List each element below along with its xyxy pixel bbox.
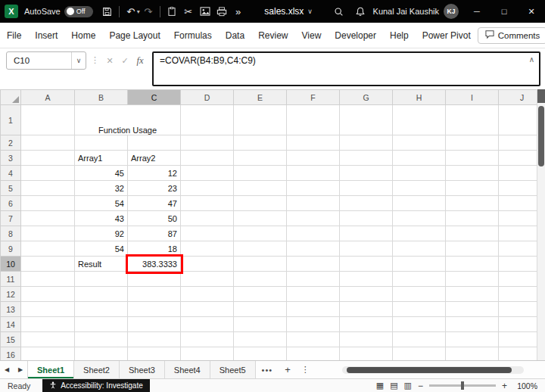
- cell-G5[interactable]: [340, 181, 393, 196]
- cell-D4[interactable]: [181, 166, 234, 181]
- cell-B14[interactable]: [75, 317, 128, 332]
- cell-I5[interactable]: [446, 181, 499, 196]
- column-header-e[interactable]: E: [234, 90, 287, 105]
- cell-F8[interactable]: [287, 226, 340, 241]
- cell-F11[interactable]: [287, 272, 340, 287]
- page-layout-view-icon[interactable]: ▤: [390, 381, 397, 390]
- vertical-scrollbar-thumb[interactable]: [538, 106, 544, 166]
- ribbon-tab-data[interactable]: Data: [219, 23, 251, 48]
- cell-B5[interactable]: 32: [75, 181, 128, 196]
- cell-D12[interactable]: [181, 287, 234, 302]
- cell-C13[interactable]: [128, 302, 181, 317]
- cell-A8[interactable]: [21, 226, 75, 241]
- cell-D7[interactable]: [181, 211, 234, 226]
- row-header-8[interactable]: 8: [1, 226, 21, 241]
- cell-D9[interactable]: [181, 241, 234, 257]
- ribbon-tab-developer[interactable]: Developer: [328, 23, 383, 48]
- cell-E10[interactable]: [234, 257, 287, 272]
- cell-D10[interactable]: [181, 257, 234, 272]
- horizontal-scrollbar[interactable]: [342, 366, 524, 374]
- cell-D8[interactable]: [181, 226, 234, 241]
- cell-C11[interactable]: [128, 272, 181, 287]
- cell-H12[interactable]: [393, 287, 446, 302]
- cell-G13[interactable]: [340, 302, 393, 317]
- close-icon[interactable]: ✕: [518, 0, 545, 23]
- cell-F15[interactable]: [287, 332, 340, 347]
- cell-I12[interactable]: [446, 287, 499, 302]
- cell-G7[interactable]: [340, 211, 393, 226]
- cell-B12[interactable]: [75, 287, 128, 302]
- cell-C10[interactable]: 383.3333: [128, 257, 181, 272]
- more-quick-access-icon[interactable]: »: [230, 3, 247, 20]
- cell-B1[interactable]: Function Usage: [75, 105, 181, 135]
- cell-C7[interactable]: 50: [128, 211, 181, 226]
- cell-G12[interactable]: [340, 287, 393, 302]
- more-sheets-button[interactable]: •••: [256, 361, 279, 378]
- cell-H7[interactable]: [393, 211, 446, 226]
- cell-D5[interactable]: [181, 181, 234, 196]
- cell-C16[interactable]: [128, 347, 181, 361]
- cell-I4[interactable]: [446, 166, 499, 181]
- zoom-level[interactable]: 100%: [513, 381, 537, 390]
- cell-B11[interactable]: [75, 272, 128, 287]
- cell-F14[interactable]: [287, 317, 340, 332]
- redo-icon[interactable]: ↷: [140, 3, 157, 20]
- zoom-out-icon[interactable]: −: [418, 381, 423, 391]
- cell-C14[interactable]: [128, 317, 181, 332]
- column-header-f[interactable]: F: [287, 90, 340, 105]
- cell-F4[interactable]: [287, 166, 340, 181]
- status-mode[interactable]: Ready: [8, 381, 30, 390]
- printer-icon[interactable]: [213, 3, 230, 20]
- cell-E5[interactable]: [234, 181, 287, 196]
- row-header-6[interactable]: 6: [1, 196, 21, 211]
- cell-H9[interactable]: [393, 241, 446, 257]
- accessibility-checker[interactable]: Accessibility: Investigate: [42, 379, 149, 392]
- cell-F9[interactable]: [287, 241, 340, 257]
- cell-A9[interactable]: [21, 241, 75, 257]
- cell-I9[interactable]: [446, 241, 499, 257]
- column-header-c[interactable]: C: [128, 90, 181, 105]
- cell-F5[interactable]: [287, 181, 340, 196]
- cell-H6[interactable]: [393, 196, 446, 211]
- ribbon-tab-formulas[interactable]: Formulas: [167, 23, 219, 48]
- cell-H10[interactable]: [393, 257, 446, 272]
- sheet-nav-right-icon[interactable]: ▶: [14, 361, 27, 378]
- cell-F16[interactable]: [287, 347, 340, 361]
- cell-B7[interactable]: 43: [75, 211, 128, 226]
- cell-D15[interactable]: [181, 332, 234, 347]
- cell-C6[interactable]: 47: [128, 196, 181, 211]
- column-header-b[interactable]: B: [75, 90, 128, 105]
- cell-H11[interactable]: [393, 272, 446, 287]
- cell-I1[interactable]: [446, 105, 499, 135]
- cell-G16[interactable]: [340, 347, 393, 361]
- cell-G6[interactable]: [340, 196, 393, 211]
- zoom-in-icon[interactable]: +: [502, 381, 507, 391]
- cell-I3[interactable]: [446, 151, 499, 166]
- cell-F10[interactable]: [287, 257, 340, 272]
- sheet-tab-sheet1[interactable]: Sheet1: [27, 361, 74, 378]
- ribbon-tab-review[interactable]: Review: [251, 23, 294, 48]
- horizontal-scrollbar-thumb[interactable]: [347, 367, 512, 373]
- cell-A16[interactable]: [21, 347, 75, 361]
- cell-A14[interactable]: [21, 317, 75, 332]
- ribbon-tab-help[interactable]: Help: [383, 23, 416, 48]
- cell-G15[interactable]: [340, 332, 393, 347]
- select-all-corner[interactable]: [1, 90, 21, 105]
- cell-A4[interactable]: [21, 166, 75, 181]
- cell-I11[interactable]: [446, 272, 499, 287]
- cell-F7[interactable]: [287, 211, 340, 226]
- cell-E1[interactable]: [234, 105, 287, 135]
- cell-C4[interactable]: 12: [128, 166, 181, 181]
- column-header-d[interactable]: D: [181, 90, 234, 105]
- minimize-icon[interactable]: ─: [463, 0, 490, 23]
- cell-E8[interactable]: [234, 226, 287, 241]
- cell-F13[interactable]: [287, 302, 340, 317]
- name-box[interactable]: C10 ∨: [6, 51, 86, 70]
- cell-H4[interactable]: [393, 166, 446, 181]
- cell-A3[interactable]: [21, 151, 75, 166]
- cell-A15[interactable]: [21, 332, 75, 347]
- cell-D1[interactable]: [181, 105, 234, 135]
- bell-icon[interactable]: [352, 3, 369, 20]
- cell-H14[interactable]: [393, 317, 446, 332]
- row-header-7[interactable]: 7: [1, 211, 21, 226]
